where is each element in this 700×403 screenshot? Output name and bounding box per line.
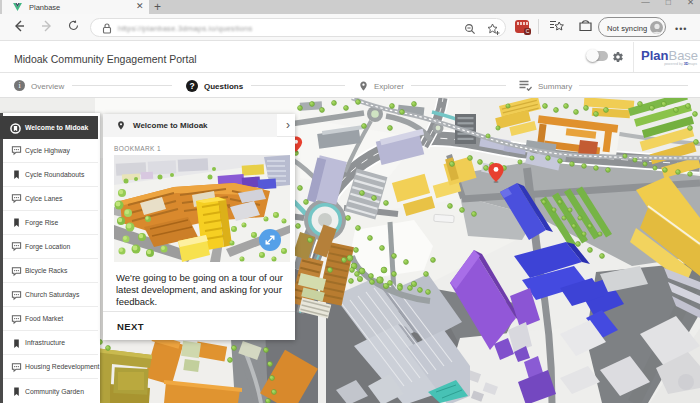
svg-text:?: ? (189, 81, 194, 91)
